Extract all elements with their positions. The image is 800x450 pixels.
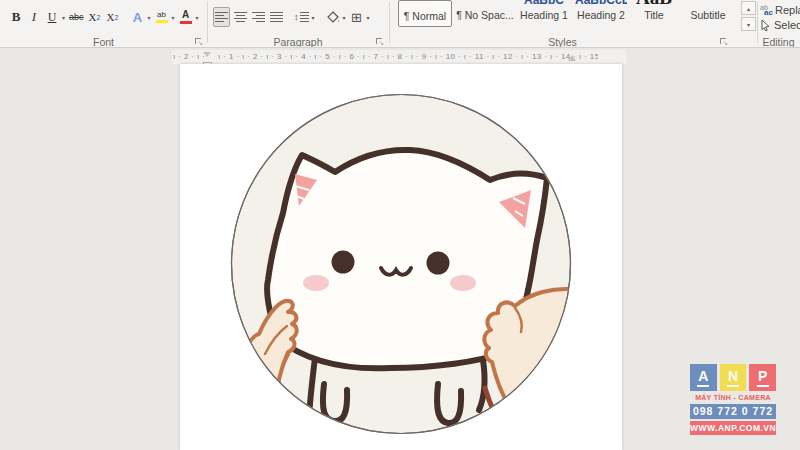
ribbon: B I U ▾ abc X2 X2 A ▾ ab ▾ A ▾ Fo <box>0 0 800 48</box>
subscript-button[interactable]: X2 <box>87 7 103 27</box>
bold-button[interactable]: B <box>8 7 24 27</box>
select-label: Select <box>774 19 800 31</box>
anp-website: WWW.ANP.COM.VN <box>690 421 776 435</box>
style-label: Subtitle <box>690 9 725 25</box>
style-preview: AaB <box>632 0 676 9</box>
justify-icon <box>270 12 283 23</box>
style-label: Title <box>644 9 663 25</box>
style-subtitle[interactable]: Subtitle <box>681 0 735 25</box>
anp-watermark: A N P MÁY TÍNH - CAMERA 098 772 0 772 WW… <box>690 364 776 435</box>
paint-bucket-icon <box>326 10 340 24</box>
strikethrough-icon: abc <box>69 12 84 22</box>
text-effects-dropdown-icon[interactable]: ▾ <box>148 14 151 21</box>
style-preview: AaBbC <box>518 0 570 7</box>
superscript-digit: 2 <box>115 14 119 21</box>
ruler-margin-scale: ı · 2 · ı · 1 · ı <box>173 52 205 61</box>
superscript-button[interactable]: X2 <box>105 7 121 27</box>
line-spacing-button[interactable]: ↕ <box>293 7 310 27</box>
line-spacing-dropdown-icon[interactable]: ▾ <box>312 14 315 21</box>
align-center-icon <box>234 12 247 23</box>
shading-button[interactable] <box>325 7 341 27</box>
align-right-icon <box>252 12 265 23</box>
style-label: Heading 2 <box>577 9 625 25</box>
highlight-icon: ab <box>156 11 168 23</box>
borders-dropdown-icon[interactable]: ▾ <box>367 14 370 21</box>
strikethrough-button[interactable]: abc <box>68 7 85 27</box>
shading-dropdown-icon[interactable]: ▾ <box>343 14 346 21</box>
cat-right-blush <box>450 275 476 291</box>
superscript-icon: X <box>107 11 115 23</box>
anp-logo-letter-p: P <box>749 364 776 391</box>
align-right-button[interactable] <box>250 7 266 27</box>
right-indent-marker-icon[interactable] <box>568 55 576 61</box>
justify-button[interactable] <box>268 7 284 27</box>
style-heading-2[interactable]: AaBbCcD Heading 2 <box>575 0 627 25</box>
underline-dropdown-icon[interactable]: ▾ <box>62 14 65 21</box>
cat-left-eye <box>332 251 355 274</box>
font-color-icon: A <box>180 10 192 24</box>
font-dialog-launcher-icon[interactable] <box>194 37 203 46</box>
anp-logo: A N P <box>690 364 776 391</box>
first-line-indent-marker-icon[interactable] <box>203 52 211 57</box>
align-left-icon <box>215 12 228 23</box>
italic-button[interactable]: I <box>26 7 42 27</box>
align-left-button[interactable] <box>213 7 230 27</box>
style-label: ¶ No Spac... <box>456 9 514 25</box>
underline-icon: U <box>48 10 57 25</box>
editing-group-label: Editing <box>762 36 794 48</box>
styles-dialog-launcher-icon[interactable] <box>719 37 728 46</box>
paragraph-group-label: Paragraph <box>273 36 322 48</box>
style-label: Heading 1 <box>520 9 568 25</box>
cat-image[interactable] <box>229 92 573 436</box>
replace-button[interactable]: ab ac Replace <box>760 3 800 17</box>
anp-logo-letter-a: A <box>690 364 717 391</box>
borders-button[interactable]: ⊞ <box>349 7 365 27</box>
word-window: B I U ▾ abc X2 X2 A ▾ ab ▾ A ▾ Fo <box>0 0 800 450</box>
subscript-digit: 2 <box>97 14 101 21</box>
replace-icon: ab ac <box>760 5 772 16</box>
select-cursor-icon <box>760 19 771 31</box>
font-color-dropdown-icon[interactable]: ▾ <box>196 14 199 21</box>
replace-label: Replace <box>775 4 800 16</box>
font-group-label: Font <box>93 36 114 48</box>
styles-gallery-scroll: ▴ ▾ <box>741 1 755 33</box>
right-hand <box>484 289 573 436</box>
styles-gallery: ¶ Normal ¶ No Spac... AaBbC Heading 1 Aa… <box>398 0 735 28</box>
cat-right-eye <box>427 252 450 275</box>
paragraph-dialog-launcher-icon[interactable] <box>375 37 384 46</box>
anp-logo-letter-n: N <box>720 364 747 391</box>
style-preview: AaBbCcD <box>575 0 627 7</box>
cat-left-blush <box>303 275 329 291</box>
text-effects-icon: A <box>133 10 142 25</box>
ruler-scale: ı · 1 · ı · 2 · ı · 3 · ı · 4 · ı · 5 · … <box>218 52 598 61</box>
styles-scroll-down-button[interactable]: ▾ <box>741 17 756 31</box>
bold-icon: B <box>12 9 21 25</box>
align-center-button[interactable] <box>232 7 248 27</box>
font-color-button[interactable]: A <box>178 7 194 27</box>
italic-icon: I <box>32 9 36 25</box>
line-spacing-lines-icon <box>300 12 309 23</box>
anp-tagline: MÁY TÍNH - CAMERA <box>690 394 776 401</box>
line-spacing-icon: ↕ <box>294 12 299 22</box>
highlight-dropdown-icon[interactable]: ▾ <box>172 14 175 21</box>
anp-phone: 098 772 0 772 <box>690 404 776 419</box>
select-button[interactable]: Select <box>760 18 800 32</box>
styles-group-label: Styles <box>548 36 577 48</box>
style-normal[interactable]: ¶ Normal <box>398 0 452 27</box>
style-heading-1[interactable]: AaBbC Heading 1 <box>518 0 570 25</box>
highlight-color-button[interactable]: ab <box>154 7 170 27</box>
horizontal-ruler[interactable]: ı · 2 · ı · 1 · ı ı · 1 · ı · 2 · ı · 3 … <box>172 50 626 64</box>
style-title[interactable]: AaB Title <box>632 0 676 25</box>
styles-scroll-up-button[interactable]: ▴ <box>741 1 756 15</box>
style-no-spacing[interactable]: ¶ No Spac... <box>457 0 513 25</box>
borders-icon: ⊞ <box>351 10 362 25</box>
style-label: ¶ Normal <box>404 10 446 26</box>
underline-button[interactable]: U <box>44 7 60 27</box>
text-effects-button[interactable]: A <box>130 7 146 27</box>
subscript-icon: X <box>89 11 97 23</box>
